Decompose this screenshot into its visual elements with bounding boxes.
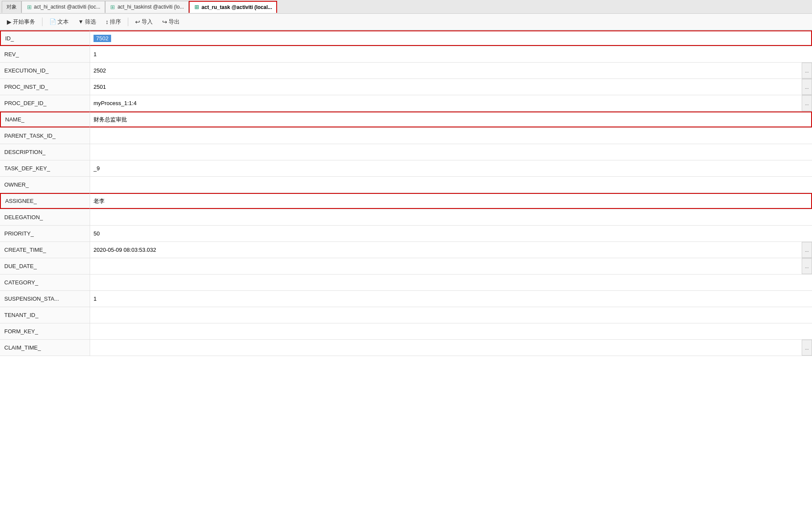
- field-value-selected: 7502: [94, 35, 111, 42]
- table-row: PROC_INST_ID_...: [0, 79, 812, 95]
- toolbar-separator-2: [128, 18, 128, 26]
- tab-act-hi-taskinst[interactable]: ⊞ act_hi_taskinst @activiti (lo...: [105, 1, 189, 13]
- text-button[interactable]: 📄 文本: [46, 17, 72, 27]
- table-row: FORM_KEY_: [0, 323, 812, 340]
- field-label: TASK_DEF_KEY_: [0, 160, 90, 176]
- field-value[interactable]: [90, 95, 800, 111]
- field-label: SUSPENSION_STA...: [0, 291, 90, 307]
- field-value[interactable]: [90, 112, 812, 127]
- table-row: ID_7502: [0, 30, 812, 46]
- start-icon: ▶: [7, 18, 12, 25]
- table-row: OWNER_: [0, 177, 812, 193]
- field-input[interactable]: [94, 149, 809, 155]
- table-row: PARENT_TASK_ID_: [0, 128, 812, 144]
- table-icon-2: ⊞: [110, 4, 116, 10]
- field-value[interactable]: [90, 258, 800, 274]
- field-label: FORM_KEY_: [0, 323, 90, 339]
- field-input[interactable]: [94, 230, 809, 237]
- field-value[interactable]: [90, 209, 812, 225]
- tab-act-hi-taskinst-label: act_hi_taskinst @activiti (lo...: [118, 4, 184, 10]
- dots-button[interactable]: ...: [802, 79, 812, 95]
- table-row: TASK_DEF_KEY_: [0, 160, 812, 177]
- text-icon: 📄: [49, 18, 56, 25]
- tab-act-ru-task[interactable]: ⊞ act_ru_task @activiti (local...: [189, 1, 277, 13]
- field-label: DUE_DATE_: [0, 258, 90, 274]
- tab-act-ru-task-label: act_ru_task @activiti (local...: [202, 4, 272, 10]
- field-value[interactable]: [90, 275, 812, 290]
- field-label: OWNER_: [0, 177, 90, 193]
- export-button[interactable]: ↪ 导出: [159, 17, 183, 27]
- field-input[interactable]: [94, 279, 809, 286]
- field-input[interactable]: [94, 328, 809, 335]
- export-icon: ↪: [162, 18, 167, 25]
- field-value[interactable]: [90, 144, 812, 160]
- dots-button[interactable]: ...: [802, 340, 812, 356]
- field-label: PROC_DEF_ID_: [0, 95, 90, 111]
- field-label: NAME_: [0, 112, 90, 127]
- field-input[interactable]: [94, 312, 809, 318]
- field-value[interactable]: [90, 323, 812, 339]
- dots-button[interactable]: ...: [802, 95, 812, 111]
- field-value[interactable]: 7502: [90, 30, 812, 46]
- field-value[interactable]: [90, 307, 812, 323]
- dots-button[interactable]: ...: [802, 258, 812, 274]
- main-content: ID_7502REV_EXECUTION_ID_...PROC_INST_ID_…: [0, 30, 812, 525]
- field-value[interactable]: [90, 177, 812, 193]
- field-label: REV_: [0, 46, 90, 62]
- field-label: DELEGATION_: [0, 209, 90, 225]
- table-icon-3: ⊞: [194, 4, 200, 10]
- field-label: ID_: [0, 30, 90, 46]
- table-row: DUE_DATE_...: [0, 258, 812, 275]
- field-label: CLAIM_TIME_: [0, 340, 90, 356]
- dots-button[interactable]: ...: [802, 63, 812, 78]
- field-input[interactable]: [94, 67, 797, 74]
- field-value[interactable]: [90, 340, 800, 356]
- table-row: ASSIGNEE_: [0, 193, 812, 209]
- field-input[interactable]: [94, 116, 808, 123]
- field-input[interactable]: [94, 198, 808, 204]
- filter-button[interactable]: ▼ 筛选: [75, 17, 100, 27]
- field-input[interactable]: [94, 51, 809, 57]
- field-input[interactable]: [94, 247, 797, 253]
- field-input[interactable]: [94, 181, 809, 188]
- table-row: CLAIM_TIME_...: [0, 340, 812, 356]
- field-value[interactable]: [90, 291, 812, 307]
- table-row: CREATE_TIME_...: [0, 242, 812, 258]
- start-transaction-button[interactable]: ▶ 开始事务: [3, 17, 39, 27]
- field-label: TENANT_ID_: [0, 307, 90, 323]
- field-input[interactable]: [94, 84, 797, 90]
- tab-bar: 对象 ⊞ act_hi_actinst @activiti (loc... ⊞ …: [0, 0, 812, 14]
- sort-button[interactable]: ↕ 排序: [102, 17, 124, 27]
- field-label: CATEGORY_: [0, 275, 90, 290]
- table-row: NAME_: [0, 112, 812, 128]
- field-value[interactable]: [90, 160, 812, 176]
- field-input[interactable]: [94, 296, 809, 302]
- tab-duixiang-label: 对象: [6, 3, 17, 11]
- field-value[interactable]: [90, 193, 812, 209]
- field-input[interactable]: [94, 214, 809, 220]
- field-input[interactable]: [94, 263, 797, 269]
- tab-act-hi-actinst[interactable]: ⊞ act_hi_actinst @activiti (loc...: [21, 1, 105, 13]
- table-row: PROC_DEF_ID_...: [0, 95, 812, 112]
- field-value[interactable]: [90, 128, 812, 144]
- field-value[interactable]: [90, 226, 812, 241]
- field-value[interactable]: [90, 79, 800, 95]
- field-value[interactable]: [90, 63, 800, 78]
- field-input[interactable]: [94, 133, 809, 139]
- tab-duixiang[interactable]: 对象: [2, 1, 21, 13]
- field-input[interactable]: [94, 165, 809, 172]
- table-row: SUSPENSION_STA...: [0, 291, 812, 307]
- toolbar-separator-1: [42, 18, 42, 26]
- table-row: DELEGATION_: [0, 209, 812, 226]
- field-value[interactable]: [90, 242, 800, 258]
- field-input[interactable]: [94, 344, 797, 351]
- field-input[interactable]: [94, 100, 797, 106]
- sort-icon: ↕: [106, 18, 109, 25]
- tab-act-hi-actinst-label: act_hi_actinst @activiti (loc...: [34, 4, 100, 10]
- table-icon-1: ⊞: [26, 4, 32, 10]
- import-button[interactable]: ↩ 导入: [132, 17, 156, 27]
- field-value[interactable]: [90, 46, 812, 62]
- field-label: DESCRIPTION_: [0, 144, 90, 160]
- dots-button[interactable]: ...: [802, 242, 812, 258]
- field-label: ASSIGNEE_: [0, 193, 90, 209]
